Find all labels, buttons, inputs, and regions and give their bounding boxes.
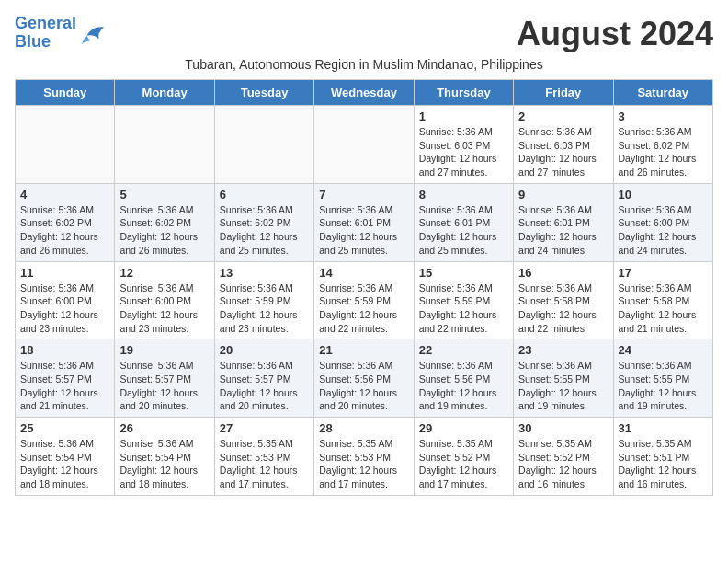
weekday-header-friday: Friday bbox=[514, 80, 613, 106]
day-info: Sunrise: 5:35 AM Sunset: 5:53 PM Dayligh… bbox=[319, 437, 408, 491]
calendar-cell: 13Sunrise: 5:36 AM Sunset: 5:59 PM Dayli… bbox=[214, 261, 313, 339]
day-number: 9 bbox=[518, 188, 608, 201]
calendar-cell: 19Sunrise: 5:36 AM Sunset: 5:57 PM Dayli… bbox=[115, 339, 214, 418]
day-info: Sunrise: 5:35 AM Sunset: 5:51 PM Dayligh… bbox=[619, 437, 708, 491]
day-number: 19 bbox=[119, 343, 209, 357]
calendar-cell: 20Sunrise: 5:36 AM Sunset: 5:57 PM Dayli… bbox=[214, 339, 313, 418]
day-number: 22 bbox=[419, 343, 508, 357]
calendar-cell: 24Sunrise: 5:36 AM Sunset: 5:55 PM Dayli… bbox=[613, 339, 712, 418]
day-info: Sunrise: 5:36 AM Sunset: 6:02 PM Dayligh… bbox=[619, 125, 708, 179]
week-row-1: 1Sunrise: 5:36 AM Sunset: 6:03 PM Daylig… bbox=[16, 106, 713, 184]
day-info: Sunrise: 5:36 AM Sunset: 5:55 PM Dayligh… bbox=[518, 359, 608, 413]
week-row-4: 18Sunrise: 5:36 AM Sunset: 5:57 PM Dayli… bbox=[16, 339, 713, 418]
calendar-cell: 25Sunrise: 5:36 AM Sunset: 5:54 PM Dayli… bbox=[16, 418, 115, 496]
day-number: 26 bbox=[119, 421, 209, 435]
week-row-5: 25Sunrise: 5:36 AM Sunset: 5:54 PM Dayli… bbox=[16, 418, 713, 496]
day-number: 5 bbox=[119, 188, 209, 201]
calendar-cell bbox=[314, 106, 414, 184]
calendar-cell: 31Sunrise: 5:35 AM Sunset: 5:51 PM Dayli… bbox=[613, 418, 712, 496]
day-info: Sunrise: 5:36 AM Sunset: 5:57 PM Dayligh… bbox=[220, 359, 309, 413]
day-info: Sunrise: 5:35 AM Sunset: 5:52 PM Dayligh… bbox=[419, 437, 508, 491]
day-number: 17 bbox=[619, 266, 708, 280]
calendar-cell: 14Sunrise: 5:36 AM Sunset: 5:59 PM Dayli… bbox=[314, 261, 414, 339]
calendar-cell: 16Sunrise: 5:36 AM Sunset: 5:58 PM Dayli… bbox=[514, 261, 613, 339]
day-number: 12 bbox=[119, 266, 209, 280]
calendar-cell: 4Sunrise: 5:36 AM Sunset: 6:02 PM Daylig… bbox=[16, 183, 115, 261]
day-info: Sunrise: 5:36 AM Sunset: 6:01 PM Dayligh… bbox=[518, 203, 608, 258]
day-info: Sunrise: 5:36 AM Sunset: 6:03 PM Dayligh… bbox=[419, 125, 508, 179]
day-info: Sunrise: 5:36 AM Sunset: 5:57 PM Dayligh… bbox=[119, 359, 209, 413]
calendar-table: SundayMondayTuesdayWednesdayThursdayFrid… bbox=[15, 79, 713, 496]
day-number: 7 bbox=[319, 188, 408, 201]
day-number: 3 bbox=[619, 109, 708, 123]
week-row-3: 11Sunrise: 5:36 AM Sunset: 6:00 PM Dayli… bbox=[16, 261, 713, 339]
calendar-cell: 17Sunrise: 5:36 AM Sunset: 5:58 PM Dayli… bbox=[613, 261, 712, 339]
day-number: 28 bbox=[319, 421, 408, 435]
weekday-header-sunday: Sunday bbox=[16, 80, 115, 106]
day-info: Sunrise: 5:35 AM Sunset: 5:52 PM Dayligh… bbox=[518, 437, 608, 491]
day-number: 29 bbox=[419, 421, 508, 435]
weekday-header-monday: Monday bbox=[115, 80, 214, 106]
calendar-cell: 7Sunrise: 5:36 AM Sunset: 6:01 PM Daylig… bbox=[314, 183, 414, 261]
subtitle: Tubaran, Autonomous Region in Muslim Min… bbox=[15, 57, 713, 72]
day-number: 27 bbox=[220, 421, 309, 435]
day-number: 11 bbox=[20, 266, 109, 280]
calendar-cell: 26Sunrise: 5:36 AM Sunset: 5:54 PM Dayli… bbox=[115, 418, 214, 496]
day-number: 25 bbox=[20, 421, 109, 435]
day-info: Sunrise: 5:36 AM Sunset: 6:00 PM Dayligh… bbox=[619, 203, 708, 258]
day-number: 20 bbox=[220, 343, 309, 357]
day-number: 4 bbox=[20, 188, 109, 201]
day-info: Sunrise: 5:36 AM Sunset: 6:02 PM Dayligh… bbox=[20, 203, 109, 258]
weekday-header-wednesday: Wednesday bbox=[314, 80, 414, 106]
day-info: Sunrise: 5:36 AM Sunset: 6:03 PM Dayligh… bbox=[518, 125, 608, 179]
day-info: Sunrise: 5:36 AM Sunset: 6:01 PM Dayligh… bbox=[319, 203, 408, 258]
day-number: 1 bbox=[419, 109, 508, 123]
day-info: Sunrise: 5:36 AM Sunset: 5:59 PM Dayligh… bbox=[419, 282, 508, 336]
day-info: Sunrise: 5:36 AM Sunset: 5:59 PM Dayligh… bbox=[319, 282, 408, 336]
day-info: Sunrise: 5:36 AM Sunset: 5:56 PM Dayligh… bbox=[419, 359, 508, 413]
calendar-cell: 11Sunrise: 5:36 AM Sunset: 6:00 PM Dayli… bbox=[16, 261, 115, 339]
calendar-cell: 1Sunrise: 5:36 AM Sunset: 6:03 PM Daylig… bbox=[414, 106, 513, 184]
day-info: Sunrise: 5:36 AM Sunset: 5:58 PM Dayligh… bbox=[619, 282, 708, 336]
day-info: Sunrise: 5:36 AM Sunset: 5:54 PM Dayligh… bbox=[119, 437, 209, 491]
day-number: 15 bbox=[419, 266, 508, 280]
weekday-header-saturday: Saturday bbox=[613, 80, 712, 106]
day-number: 31 bbox=[619, 421, 708, 435]
calendar-cell: 10Sunrise: 5:36 AM Sunset: 6:00 PM Dayli… bbox=[613, 183, 712, 261]
calendar-cell bbox=[115, 106, 214, 184]
calendar-cell: 29Sunrise: 5:35 AM Sunset: 5:52 PM Dayli… bbox=[414, 418, 513, 496]
header: General Blue August 2024 bbox=[15, 15, 713, 53]
day-info: Sunrise: 5:36 AM Sunset: 5:57 PM Dayligh… bbox=[20, 359, 109, 413]
calendar-cell: 27Sunrise: 5:35 AM Sunset: 5:53 PM Dayli… bbox=[214, 418, 313, 496]
weekday-header-row: SundayMondayTuesdayWednesdayThursdayFrid… bbox=[16, 80, 713, 106]
day-info: Sunrise: 5:36 AM Sunset: 6:01 PM Dayligh… bbox=[419, 203, 508, 258]
day-info: Sunrise: 5:36 AM Sunset: 5:58 PM Dayligh… bbox=[518, 282, 608, 336]
calendar-cell: 5Sunrise: 5:36 AM Sunset: 6:02 PM Daylig… bbox=[115, 183, 214, 261]
day-number: 6 bbox=[220, 188, 309, 201]
day-number: 30 bbox=[518, 421, 608, 435]
calendar-cell bbox=[16, 106, 115, 184]
calendar-cell: 12Sunrise: 5:36 AM Sunset: 6:00 PM Dayli… bbox=[115, 261, 214, 339]
calendar-cell: 23Sunrise: 5:36 AM Sunset: 5:55 PM Dayli… bbox=[514, 339, 613, 418]
calendar-cell bbox=[214, 106, 313, 184]
calendar-cell: 15Sunrise: 5:36 AM Sunset: 5:59 PM Dayli… bbox=[414, 261, 513, 339]
day-info: Sunrise: 5:36 AM Sunset: 6:00 PM Dayligh… bbox=[119, 282, 209, 336]
calendar-cell: 8Sunrise: 5:36 AM Sunset: 6:01 PM Daylig… bbox=[414, 183, 513, 261]
day-number: 23 bbox=[518, 343, 608, 357]
calendar-cell: 18Sunrise: 5:36 AM Sunset: 5:57 PM Dayli… bbox=[16, 339, 115, 418]
day-info: Sunrise: 5:36 AM Sunset: 5:59 PM Dayligh… bbox=[220, 282, 309, 336]
day-number: 16 bbox=[518, 266, 608, 280]
day-number: 13 bbox=[220, 266, 309, 280]
calendar-cell: 21Sunrise: 5:36 AM Sunset: 5:56 PM Dayli… bbox=[314, 339, 414, 418]
day-number: 18 bbox=[20, 343, 109, 357]
weekday-header-tuesday: Tuesday bbox=[214, 80, 313, 106]
day-info: Sunrise: 5:36 AM Sunset: 6:02 PM Dayligh… bbox=[119, 203, 209, 258]
day-info: Sunrise: 5:36 AM Sunset: 6:00 PM Dayligh… bbox=[20, 282, 109, 336]
logo: General Blue bbox=[15, 15, 106, 52]
day-info: Sunrise: 5:36 AM Sunset: 5:56 PM Dayligh… bbox=[319, 359, 408, 413]
calendar-cell: 22Sunrise: 5:36 AM Sunset: 5:56 PM Dayli… bbox=[414, 339, 513, 418]
calendar-cell: 2Sunrise: 5:36 AM Sunset: 6:03 PM Daylig… bbox=[514, 106, 613, 184]
calendar-cell: 6Sunrise: 5:36 AM Sunset: 6:02 PM Daylig… bbox=[214, 183, 313, 261]
calendar-cell: 30Sunrise: 5:35 AM Sunset: 5:52 PM Dayli… bbox=[514, 418, 613, 496]
day-info: Sunrise: 5:36 AM Sunset: 5:55 PM Dayligh… bbox=[619, 359, 708, 413]
